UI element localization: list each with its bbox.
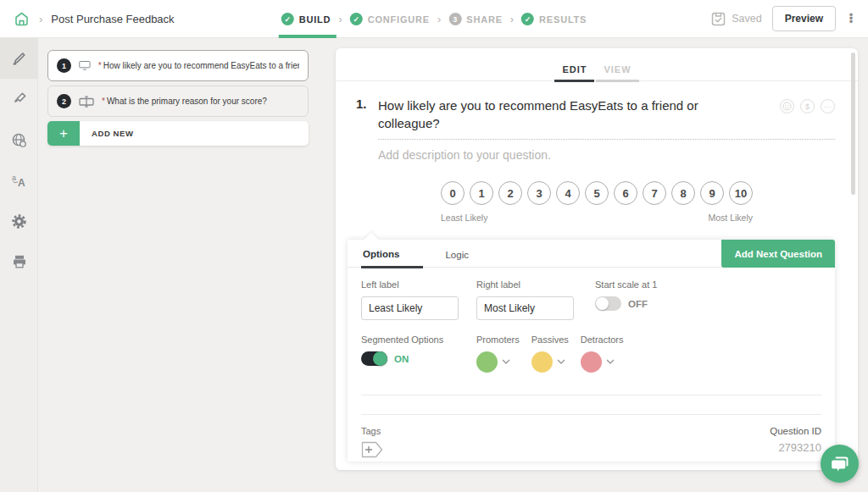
question-list-item-2[interactable]: 2 *What is the primary reason for your s… — [47, 86, 309, 117]
sidebar-item-print[interactable] — [0, 241, 38, 282]
home-button[interactable] — [12, 9, 31, 28]
monitor-icon — [79, 59, 91, 72]
passives-column: Passives — [531, 334, 569, 373]
smiley-icon[interactable] — [780, 99, 794, 113]
step-number-badge: 3 — [448, 13, 461, 25]
required-marker: * — [98, 61, 102, 70]
nps-option-9[interactable]: 9 — [700, 181, 724, 205]
start-scale-toggle[interactable] — [595, 296, 621, 311]
left-label-label: Left label — [361, 279, 476, 290]
add-tag-button[interactable] — [361, 441, 387, 458]
step-sep-icon: › — [437, 13, 441, 25]
left-label-input[interactable] — [361, 296, 459, 320]
right-label-label: Right label — [476, 279, 593, 290]
home-icon — [13, 10, 31, 28]
chevron-down-icon[interactable] — [606, 359, 615, 365]
options-panel: Options Logic Add Next Question Left lab… — [348, 240, 835, 462]
chevron-down-icon[interactable] — [557, 359, 565, 365]
scale-right-label: Most Likely — [708, 213, 753, 223]
saved-icon — [710, 11, 726, 27]
add-new-question-button[interactable]: + ADD NEW — [47, 121, 309, 146]
detractors-label: Detractors — [581, 334, 624, 345]
start-scale-label: Start scale at 1 — [595, 279, 657, 290]
nps-option-2[interactable]: 2 — [498, 181, 522, 205]
gear-icon — [10, 213, 28, 230]
segmented-options-state: ON — [394, 354, 409, 364]
chat-bubble-icon — [830, 454, 850, 474]
globe-icon — [10, 131, 28, 149]
tab-view[interactable]: VIEW — [596, 64, 638, 82]
nps-option-3[interactable]: 3 — [527, 181, 551, 205]
question-number-badge: 1 — [57, 58, 71, 73]
step-share-label: SHARE — [466, 14, 503, 25]
detractors-column: Detractors — [581, 334, 624, 373]
kebab-menu-icon[interactable]: ••• — [846, 14, 856, 24]
segmented-options-label: Segmented Options — [361, 334, 476, 345]
right-label-input[interactable] — [476, 296, 574, 320]
plus-icon: + — [47, 121, 80, 146]
check-icon: ✓ — [521, 13, 534, 25]
tab-logic[interactable]: Logic — [445, 250, 469, 267]
nps-option-10[interactable]: 10 — [729, 181, 753, 205]
question-title[interactable]: How likely are you to recommend EasyEats… — [378, 97, 717, 132]
question-list-item-text: *What is the primary reason for your sco… — [102, 97, 267, 106]
tag-plus-icon — [361, 441, 387, 458]
divider — [361, 414, 821, 415]
dollar-icon[interactable]: $ — [800, 99, 815, 113]
segmented-options-toggle[interactable] — [361, 351, 387, 366]
step-build-label: BUILD — [299, 14, 331, 25]
step-sep-icon: › — [510, 13, 514, 25]
check-icon: ✓ — [350, 13, 363, 25]
question-number-badge: 2 — [57, 94, 71, 108]
step-share[interactable]: 3 SHARE — [448, 0, 503, 38]
step-results[interactable]: ✓ RESULTS — [521, 0, 587, 38]
detractors-color-swatch[interactable] — [581, 351, 602, 373]
scrollbar-thumb[interactable] — [851, 53, 855, 195]
top-bar: › Post Purchase Feedback ✓ BUILD › ✓ CON… — [0, 0, 868, 38]
sidebar-item-translate[interactable]: a A — [0, 160, 38, 201]
description-input[interactable] — [378, 148, 835, 162]
translate-icon: a A — [10, 172, 28, 190]
survey-title: Post Purchase Feedback — [51, 13, 174, 25]
promoters-column: Promoters — [476, 334, 520, 373]
nps-option-5[interactable]: 5 — [585, 181, 609, 205]
sidebar-item-web[interactable] — [0, 119, 38, 160]
question-id-value: 2793210 — [770, 441, 821, 454]
step-configure[interactable]: ✓ CONFIGURE — [350, 0, 430, 38]
required-marker: * — [102, 97, 105, 106]
title-dotted-underline — [378, 139, 835, 140]
add-new-label: ADD NEW — [80, 129, 134, 138]
question-list: 1 *How likely are you to recommend EasyE… — [47, 50, 309, 146]
check-icon: ✓ — [281, 13, 294, 25]
nps-option-0[interactable]: 0 — [441, 181, 465, 205]
tab-options[interactable]: Options — [361, 249, 423, 268]
passives-color-swatch[interactable] — [531, 351, 553, 373]
nps-option-7[interactable]: 7 — [643, 181, 666, 205]
tab-edit[interactable]: EDIT — [554, 64, 594, 82]
tags-label: Tags — [361, 426, 387, 436]
printer-icon — [11, 253, 28, 270]
divider — [361, 395, 821, 395]
sidebar-item-editor[interactable] — [0, 38, 38, 79]
step-build[interactable]: ✓ BUILD — [281, 0, 331, 38]
question-list-item-1[interactable]: 1 *How likely are you to recommend EasyE… — [47, 50, 309, 81]
nps-option-1[interactable]: 1 — [470, 181, 493, 205]
chevron-down-icon[interactable] — [502, 359, 510, 365]
preview-button[interactable]: Preview — [772, 6, 836, 31]
start-scale-state: OFF — [628, 299, 648, 309]
paint-brush-icon — [11, 91, 28, 108]
sidebar-item-theme[interactable] — [0, 79, 38, 119]
promoters-color-swatch[interactable] — [476, 351, 498, 373]
sidebar-item-settings[interactable] — [0, 201, 38, 241]
more-options-icon[interactable]: ··· — [821, 99, 835, 113]
nps-option-6[interactable]: 6 — [614, 181, 637, 205]
nps-option-8[interactable]: 8 — [671, 181, 695, 205]
step-configure-label: CONFIGURE — [368, 14, 430, 25]
editor-card: EDIT VIEW 1. How likely are you to recom… — [336, 48, 858, 470]
nps-option-4[interactable]: 4 — [556, 181, 580, 205]
saved-status: Saved — [710, 11, 761, 27]
add-next-question-button[interactable]: Add Next Question — [721, 240, 835, 268]
chat-launcher-button[interactable] — [821, 445, 859, 483]
step-results-label: RESULTS — [539, 14, 587, 25]
passives-label: Passives — [531, 334, 569, 345]
